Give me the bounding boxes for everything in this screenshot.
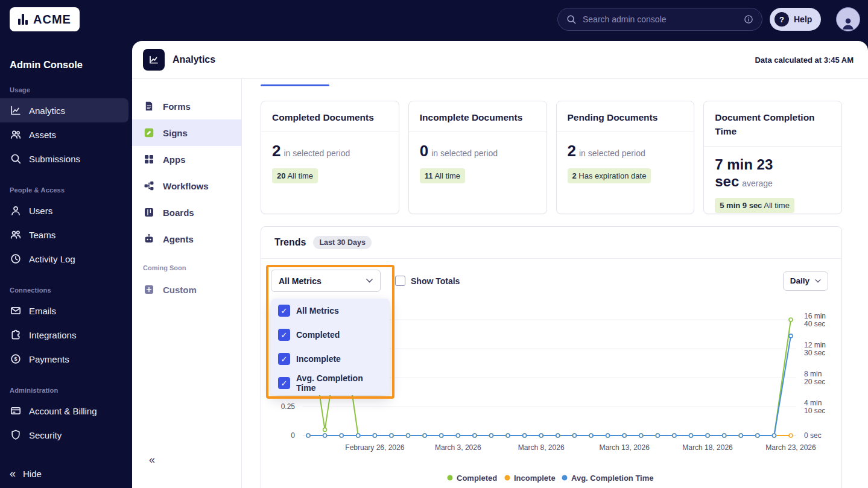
page-header: Analytics Data calculated at 3:45 AM <box>132 41 868 79</box>
kanban-icon <box>143 206 155 218</box>
stat-badge: 20 All time <box>272 168 318 183</box>
search-icon <box>566 14 577 25</box>
svg-text:March 18, 2026: March 18, 2026 <box>682 443 733 452</box>
stat-card-incomplete-documents: Incomplete Documents 0in selected period… <box>408 101 547 214</box>
metrics-option-all-metrics[interactable]: ✓ All Metrics <box>271 299 390 323</box>
stat-value: 2 <box>272 142 280 160</box>
sidebar-item-emails[interactable]: Emails <box>0 299 128 323</box>
metrics-dropdown-menu: ✓ All Metrics ✓ Completed ✓ Incomplete ✓… <box>271 299 390 395</box>
svg-text:12 min: 12 min <box>804 341 826 349</box>
stat-badge: 11 All time <box>420 168 465 183</box>
sidebar-item-analytics[interactable]: Analytics <box>0 98 128 122</box>
sidebar: Admin Console Usage Analytics Assets Sub… <box>0 39 132 488</box>
trends-title: Trends <box>274 237 306 248</box>
stat-badge: 2 Has expiration date <box>568 168 651 183</box>
product-nav-custom: Custom <box>132 276 241 303</box>
stat-value: 2 <box>568 142 576 160</box>
people-icon <box>10 128 22 141</box>
metrics-dropdown-value: All Metrics <box>279 276 322 286</box>
sidebar-title: Admin Console <box>10 59 122 71</box>
sidebar-item-security[interactable]: Security <box>0 423 128 447</box>
sidebar-section-connections: Connections <box>10 287 122 294</box>
sidebar-item-activity-log[interactable]: Activity Log <box>0 247 128 271</box>
checkbox-checked-icon: ✓ <box>278 377 290 389</box>
search-input[interactable] <box>583 14 737 24</box>
interval-dropdown-value: Daily <box>790 276 809 285</box>
svg-text:March 23, 2026: March 23, 2026 <box>765 443 816 452</box>
workflow-icon <box>143 180 155 192</box>
apps-grid-icon <box>143 153 155 165</box>
product-nav-agents[interactable]: Agents <box>132 226 241 252</box>
product-nav-boards[interactable]: Boards <box>132 199 241 226</box>
trends-header: Trends Last 30 Days <box>261 227 841 259</box>
show-totals-toggle[interactable]: Show Totals <box>395 276 460 286</box>
topbar: ACME ? Help <box>0 0 868 39</box>
sidebar-item-integrations[interactable]: Integrations <box>0 323 128 347</box>
svg-text:Incomplete: Incomplete <box>514 474 556 483</box>
admin-search <box>557 8 762 31</box>
svg-text:$: $ <box>14 356 17 362</box>
robot-icon <box>143 233 155 245</box>
acme-logo-icon <box>18 14 28 25</box>
credit-card-icon <box>10 405 22 417</box>
chevron-down-icon <box>815 279 821 283</box>
metrics-option-incomplete[interactable]: ✓ Incomplete <box>271 347 390 371</box>
person-icon <box>840 15 856 31</box>
svg-text:0 sec: 0 sec <box>804 431 822 440</box>
product-nav-apps[interactable]: Apps <box>132 146 241 173</box>
chevron-down-icon <box>366 279 373 283</box>
info-icon[interactable] <box>743 14 754 25</box>
product-nav-forms[interactable]: Forms <box>132 93 241 119</box>
sidebar-item-payments[interactable]: $ Payments <box>0 347 128 371</box>
stat-card-row: Completed Documents 2in selected period … <box>261 101 842 214</box>
trends-card: Trends Last 30 Days All Metrics Show Tot… <box>261 226 842 488</box>
product-nav-collapse-button[interactable]: « <box>149 454 155 466</box>
svg-text:16 min: 16 min <box>804 312 826 320</box>
show-totals-label: Show Totals <box>411 276 460 286</box>
sidebar-hide-button[interactable]: « Hide <box>10 461 42 486</box>
svg-text:30 sec: 30 sec <box>804 349 825 357</box>
dollar-circle-icon: $ <box>10 353 22 365</box>
sidebar-item-submissions[interactable]: Submissions <box>0 147 128 171</box>
puzzle-icon <box>10 329 22 341</box>
data-calculated-label: Data calculated at 3:45 AM <box>755 55 854 65</box>
sidebar-item-users[interactable]: Users <box>0 198 128 223</box>
svg-text:Avg. Completion Time: Avg. Completion Time <box>571 474 654 483</box>
sidebar-item-assets[interactable]: Assets <box>0 122 128 147</box>
svg-text:0: 0 <box>291 431 295 440</box>
user-avatar[interactable] <box>836 7 860 31</box>
svg-text:40 sec: 40 sec <box>804 320 825 328</box>
trends-controls: All Metrics Show Totals Daily <box>261 259 841 292</box>
stat-badge: 5 min 9 sec All time <box>715 198 794 213</box>
checkbox-checked-icon: ✓ <box>278 329 290 341</box>
svg-text:10 sec: 10 sec <box>804 407 825 415</box>
metrics-option-avg-completion-time[interactable]: ✓ Avg. Completion Time <box>271 371 390 395</box>
help-button[interactable]: ? Help <box>770 8 821 31</box>
checkbox-checked-icon: ✓ <box>278 305 290 317</box>
sidebar-item-teams[interactable]: Teams <box>0 223 128 247</box>
sidebar-section-people-access: People & Access <box>10 186 122 194</box>
svg-text:March 8, 2026: March 8, 2026 <box>518 443 565 452</box>
sidebar-section-usage: Usage <box>10 86 122 93</box>
coming-soon-label: Coming Soon <box>143 264 230 271</box>
metrics-option-completed[interactable]: ✓ Completed <box>271 323 390 347</box>
metrics-dropdown[interactable]: All Metrics <box>271 270 381 292</box>
sidebar-item-account-billing[interactable]: Account & Billing <box>0 399 128 423</box>
acme-logo[interactable]: ACME <box>10 7 80 31</box>
history-icon <box>10 253 22 265</box>
stat-card-completion-time: Document Completion Time 7 min 23 secave… <box>703 101 842 214</box>
svg-text:March 3, 2026: March 3, 2026 <box>435 443 481 452</box>
product-nav-signs[interactable]: Signs <box>132 119 241 146</box>
product-nav-workflows[interactable]: Workflows <box>132 173 241 199</box>
product-nav: Forms Signs Apps Workflows Boards Agents… <box>132 79 242 488</box>
svg-text:4 min: 4 min <box>804 399 822 407</box>
stat-value: 0 <box>420 142 428 160</box>
svg-text:March 13, 2026: March 13, 2026 <box>599 443 650 452</box>
active-tab-indicator[interactable] <box>261 84 329 86</box>
svg-text:February 26, 2026: February 26, 2026 <box>345 443 404 452</box>
interval-dropdown[interactable]: Daily <box>783 271 828 291</box>
svg-text:Completed: Completed <box>457 474 497 483</box>
page-title: Analytics <box>173 54 215 65</box>
period-badge: Last 30 Days <box>313 236 371 249</box>
forms-icon <box>143 100 155 112</box>
